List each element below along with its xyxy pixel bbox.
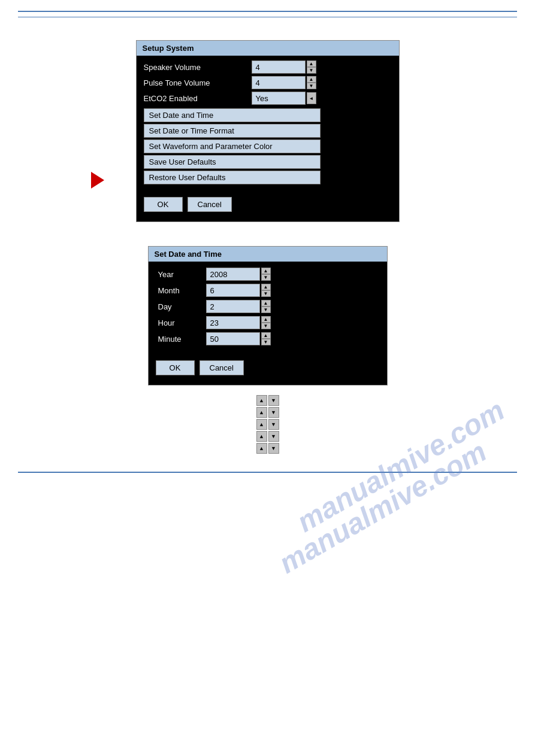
menu-buttons-section: Set Date and Time Set Date or Time Forma… — [144, 108, 392, 184]
set-date-time-button[interactable]: Set Date and Time — [144, 108, 321, 122]
speaker-volume-row: Speaker Volume 4 ▲ ▼ — [144, 60, 392, 74]
minute-up[interactable]: ▲ — [261, 332, 271, 339]
extra-spinner-row-3: ▲ ▼ — [256, 419, 279, 430]
watermark-bottom: manualmive.com — [273, 435, 492, 579]
extra-spinner-row-2: ▲ ▼ — [256, 407, 279, 418]
top-cancel-button[interactable]: Cancel — [188, 197, 232, 212]
year-value: 2008 — [206, 268, 260, 281]
hour-value: 23 — [206, 316, 260, 329]
speaker-volume-label: Speaker Volume — [144, 63, 252, 72]
pulse-tone-volume-row: Pulse Tone Volume 4 ▲ ▼ — [144, 76, 392, 89]
watermark-top: manualmive.com — [291, 393, 510, 538]
extra-down-2[interactable]: ▼ — [268, 407, 279, 418]
extra-up-4[interactable]: ▲ — [256, 431, 267, 442]
top-ok-button[interactable]: OK — [144, 197, 183, 212]
set-date-time-format-button[interactable]: Set Date or Time Format — [144, 124, 321, 138]
pulse-tone-label: Pulse Tone Volume — [144, 78, 252, 87]
minute-row: Minute 50 ▲ ▼ — [158, 332, 377, 345]
extra-spinner-row-1: ▲ ▼ — [256, 395, 279, 406]
setup-system-dialog: Setup System Speaker Volume 4 ▲ ▼ Pulse … — [136, 40, 400, 222]
etco2-label: EtCO2 Enabled — [144, 94, 252, 103]
top-dialog-footer: OK Cancel — [137, 191, 399, 212]
minute-value: 50 — [206, 332, 260, 345]
arrow-indicator — [91, 172, 104, 189]
set-date-time-dialog: Set Date and Time Year 2008 ▲ ▼ Month 6 — [148, 246, 388, 385]
minute-spinners: ▲ ▼ — [261, 332, 271, 345]
etco2-spinner: ◄ — [307, 92, 316, 104]
set-date-time-title: Set Date and Time — [149, 247, 387, 262]
month-spinners: ▲ ▼ — [261, 284, 271, 297]
month-down[interactable]: ▼ — [261, 290, 271, 297]
extra-down-4[interactable]: ▼ — [268, 431, 279, 442]
bottom-cancel-button[interactable]: Cancel — [200, 360, 244, 375]
day-down[interactable]: ▼ — [261, 306, 271, 313]
extra-down-5[interactable]: ▼ — [268, 443, 279, 454]
bottom-dialog-footer: OK Cancel — [149, 354, 387, 375]
hour-label: Hour — [158, 318, 206, 327]
day-row: Day 2 ▲ ▼ — [158, 300, 377, 313]
minute-label: Minute — [158, 335, 206, 344]
month-row: Month 6 ▲ ▼ — [158, 284, 377, 297]
extra-spinner-row-5: ▲ ▼ — [256, 443, 279, 454]
pulse-tone-up[interactable]: ▲ — [307, 76, 316, 83]
etco2-left[interactable]: ◄ — [307, 92, 316, 104]
extra-up-5[interactable]: ▲ — [256, 443, 267, 454]
year-row: Year 2008 ▲ ▼ — [158, 268, 377, 281]
hour-down[interactable]: ▼ — [261, 323, 271, 329]
day-label: Day — [158, 302, 206, 311]
day-up[interactable]: ▲ — [261, 300, 271, 306]
extra-down-1[interactable]: ▼ — [268, 395, 279, 406]
minute-down[interactable]: ▼ — [261, 339, 271, 345]
day-value: 2 — [206, 300, 260, 313]
extra-up-1[interactable]: ▲ — [256, 395, 267, 406]
bottom-ok-button[interactable]: OK — [156, 360, 195, 375]
etco2-row: EtCO2 Enabled Yes ◄ — [144, 92, 392, 105]
pulse-tone-spinners: ▲ ▼ — [307, 76, 316, 89]
extra-down-3[interactable]: ▼ — [268, 419, 279, 430]
restore-user-defaults-button[interactable]: Restore User Defaults — [144, 171, 321, 184]
setup-system-title: Setup System — [137, 41, 399, 56]
hour-spinners: ▲ ▼ — [261, 316, 271, 329]
set-waveform-color-button[interactable]: Set Waveform and Parameter Color — [144, 139, 321, 153]
speaker-volume-spinners: ▲ ▼ — [307, 60, 316, 74]
month-label: Month — [158, 286, 206, 295]
day-spinners: ▲ ▼ — [261, 300, 271, 313]
month-value: 6 — [206, 284, 260, 297]
speaker-volume-value: 4 — [252, 60, 306, 74]
pulse-tone-down[interactable]: ▼ — [307, 83, 316, 89]
pulse-tone-value: 4 — [252, 76, 306, 89]
extra-spinners-section: ▲ ▼ ▲ ▼ ▲ ▼ ▲ ▼ ▲ ▼ — [256, 395, 279, 454]
speaker-volume-up[interactable]: ▲ — [307, 60, 316, 67]
year-label: Year — [158, 270, 206, 279]
year-up[interactable]: ▲ — [261, 268, 271, 274]
year-spinners: ▲ ▼ — [261, 268, 271, 281]
hour-up[interactable]: ▲ — [261, 316, 271, 323]
extra-up-3[interactable]: ▲ — [256, 419, 267, 430]
hour-row: Hour 23 ▲ ▼ — [158, 316, 377, 329]
etco2-value: Yes — [252, 92, 306, 105]
speaker-volume-down[interactable]: ▼ — [307, 67, 316, 74]
save-user-defaults-button[interactable]: Save User Defaults — [144, 155, 321, 169]
month-up[interactable]: ▲ — [261, 284, 271, 290]
extra-up-2[interactable]: ▲ — [256, 407, 267, 418]
year-down[interactable]: ▼ — [261, 274, 271, 281]
extra-spinner-row-4: ▲ ▼ — [256, 431, 279, 442]
